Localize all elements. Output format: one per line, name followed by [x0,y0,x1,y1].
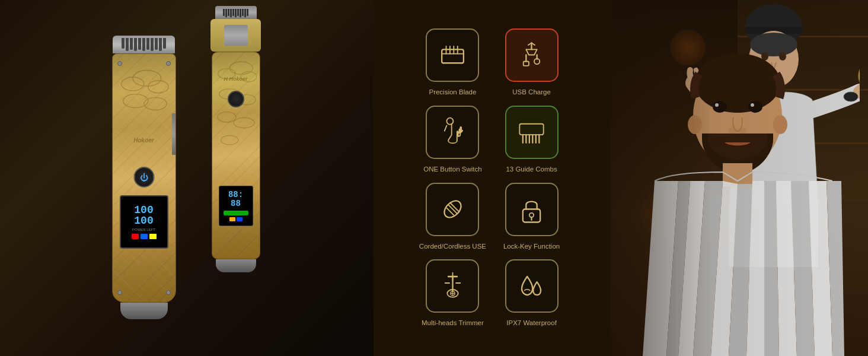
feature-guide-combs: 13 Guide Combs [498,106,565,174]
feature-corded-cordless: Corded/Cordless USE [419,183,486,251]
feature-multi-heads: Multi-heads Trimmer [419,259,486,328]
usb-charge-icon-box [505,28,559,82]
svg-point-11 [234,117,254,128]
clipper-left: Hokoer ⏻ 100 100 POWER LEFT [108,36,180,332]
svg-point-30 [446,118,453,125]
guide-combs-label: 13 Guide Combs [506,165,557,174]
barber-scene [611,0,868,356]
one-button-icon-box [426,106,479,159]
water-icon [515,270,548,303]
features-grid: Precision Blade [419,28,565,328]
features-section: Precision Blade [374,0,611,356]
waterproof-icon-box [505,259,559,313]
svg-point-6 [229,62,253,74]
waterproof-label: IPX7 Waterproof [506,319,557,328]
feature-precision-blade: Precision Blade [419,28,486,97]
precision-blade-icon-box [426,28,479,82]
usb-icon [515,39,548,71]
trimmer-icon [436,270,469,303]
feature-usb-charge: USB Charge [498,28,565,97]
barber-section [611,0,868,356]
svg-point-1 [132,71,161,87]
corded-cordless-icon-box [426,183,479,236]
lock-key-label: Lock-Key Function [503,242,560,251]
precision-blade-label: Precision Blade [429,88,476,97]
svg-rect-31 [519,124,543,135]
combs-icon [515,116,548,148]
feature-waterproof: IPX7 Waterproof [498,259,565,328]
button-icon [436,116,469,148]
multi-heads-icon-box [426,259,479,313]
page-wrapper: Hokoer ⏻ 100 100 POWER LEFT [0,0,868,356]
clipper-right: H Hokoer 88: 88 [206,6,266,332]
usb-charge-label: USB Charge [512,88,551,97]
guide-combs-icon-box [505,106,559,159]
feature-one-button: ONE Button Switch [419,106,486,174]
products-container: Hokoer ⏻ 100 100 POWER LEFT [108,12,266,344]
multi-heads-label: Multi-heads Trimmer [422,319,484,328]
svg-point-10 [217,112,235,123]
lock-key-icon-box [505,183,559,236]
blade-icon [436,39,469,71]
feature-lock-key: Lock-Key Function [498,183,565,251]
svg-rect-13 [442,49,464,63]
one-button-label: ONE Button Switch [423,165,481,174]
svg-point-12 [221,135,238,145]
cord-icon [436,193,469,225]
corded-cordless-label: Corded/Cordless USE [419,242,486,251]
lock-icon [515,193,548,225]
svg-point-2 [148,81,168,93]
product-section: Hokoer ⏻ 100 100 POWER LEFT [0,0,374,356]
